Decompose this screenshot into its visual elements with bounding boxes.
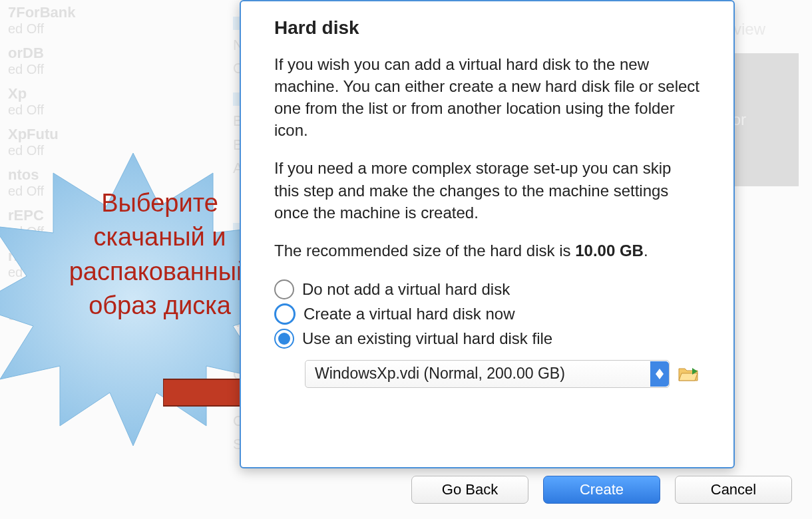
annotation-text: Выберите скачаный и распакованный образ …	[60, 186, 260, 323]
go-back-button[interactable]: Go Back	[411, 476, 528, 504]
hard-disk-dialog: Hard disk If you wish you can add a virt…	[240, 0, 735, 468]
cancel-button[interactable]: Cancel	[675, 476, 792, 504]
radio-create-disk[interactable]: Create a virtual hard disk now	[274, 301, 700, 327]
rec-size-suffix: .	[644, 242, 648, 260]
button-label: Cancel	[711, 481, 756, 498]
rec-size-value: 10.00 GB	[575, 242, 644, 260]
dialog-paragraph-2: If you need a more complex storage set-u…	[274, 157, 700, 223]
radio-icon	[274, 279, 294, 299]
svg-marker-3	[656, 374, 664, 379]
dialog-paragraph-3: The recommended size of the hard disk is…	[274, 240, 700, 261]
radio-icon	[274, 303, 296, 325]
browse-folder-button[interactable]	[676, 363, 700, 385]
rec-size-prefix: The recommended size of the hard disk is	[274, 242, 575, 260]
existing-disk-select[interactable]: WindowsXp.vdi (Normal, 200.00 GB)	[305, 360, 670, 388]
radio-no-disk[interactable]: Do not add a virtual hard disk	[274, 277, 700, 301]
radio-label: Do not add a virtual hard disk	[302, 280, 510, 299]
chevron-updown-icon	[650, 361, 669, 387]
radio-label: Create a virtual hard disk now	[304, 305, 514, 323]
disk-option-group: Do not add a virtual hard disk Create a …	[274, 277, 700, 351]
radio-label: Use an existing virtual hard disk file	[302, 329, 552, 348]
selected-disk-label: WindowsXp.vdi (Normal, 200.00 GB)	[315, 365, 565, 383]
button-label: Create	[580, 481, 624, 498]
svg-marker-2	[656, 369, 664, 374]
radio-icon	[274, 329, 294, 349]
dialog-button-row: Go Back Create Cancel	[411, 476, 792, 504]
radio-existing-disk[interactable]: Use an existing virtual hard disk file	[274, 327, 700, 351]
dialog-paragraph-1: If you wish you can add a virtual hard d…	[274, 53, 700, 141]
button-label: Go Back	[442, 481, 498, 498]
create-button[interactable]: Create	[543, 476, 660, 504]
dialog-title: Hard disk	[274, 17, 700, 39]
